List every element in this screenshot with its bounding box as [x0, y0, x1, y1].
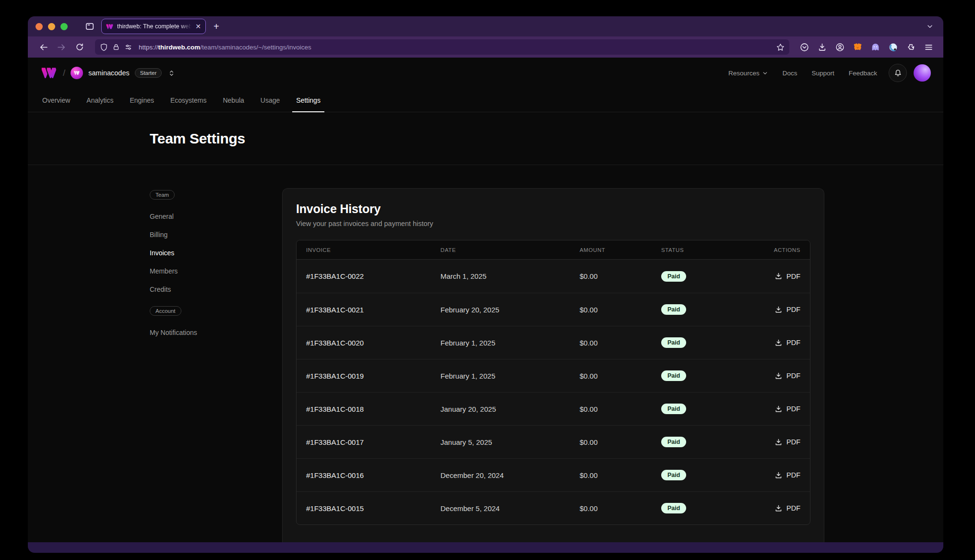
sidebar-item[interactable]: My Notifications: [150, 323, 246, 342]
download-pdf-button[interactable]: PDF: [774, 471, 800, 479]
back-icon: [39, 43, 48, 52]
invoice-table-body: #1F33BA1C-0022 March 1, 2025 $0.00 Paid …: [297, 260, 810, 524]
header-nav-link[interactable]: Resources: [728, 70, 768, 77]
header-nav-link[interactable]: Docs: [783, 70, 797, 77]
plan-badge: Starter: [135, 68, 162, 78]
extensions-button[interactable]: [905, 42, 916, 52]
status-badge: Paid: [661, 337, 686, 348]
team-switcher-button[interactable]: [168, 70, 175, 77]
header-nav-label: Docs: [783, 70, 797, 77]
column-header: INVOICE: [306, 247, 440, 253]
puzzle-icon: [906, 43, 916, 52]
main-nav-tab[interactable]: Ecosystems: [170, 88, 206, 112]
status-badge: Paid: [661, 470, 686, 480]
sidebar-row: Billing: [150, 226, 246, 244]
new-tab-button[interactable]: +: [214, 22, 219, 31]
sidebar-item[interactable]: Billing: [150, 226, 246, 244]
download-pdf-button[interactable]: PDF: [774, 372, 800, 380]
extension-blue-button[interactable]: [888, 42, 898, 52]
invoice-id: #1F33BA1C-0016: [306, 471, 440, 479]
header-nav-link[interactable]: Support: [811, 70, 834, 77]
notifications-button[interactable]: [889, 64, 907, 82]
sidebar-row: General: [150, 207, 246, 226]
forward-button[interactable]: [54, 40, 69, 54]
invoice-date: February 1, 2025: [440, 339, 580, 347]
column-header: DATE: [440, 247, 580, 253]
chevron-down-icon: [762, 70, 768, 76]
sidebar-item[interactable]: Credits: [150, 280, 246, 298]
invoice-id: #1F33BA1C-0015: [306, 504, 440, 512]
download-pdf-button[interactable]: PDF: [774, 504, 800, 512]
table-row: #1F33BA1C-0021 February 20, 2025 $0.00 P…: [297, 293, 810, 326]
sidebar-item[interactable]: General: [150, 207, 246, 226]
minimize-window-button[interactable]: [48, 23, 55, 30]
team-name[interactable]: saminacodes: [88, 69, 129, 77]
invoice-table: INVOICE DATE AMOUNT STATUS ACTIONS: [296, 240, 810, 525]
invoice-actions-cell: PDF: [774, 306, 800, 314]
downloads-button[interactable]: [817, 42, 827, 52]
thirdweb-logo: [40, 67, 58, 79]
download-pdf-button[interactable]: PDF: [774, 306, 800, 314]
download-pdf-button[interactable]: PDF: [774, 339, 800, 347]
menu-button[interactable]: [923, 42, 934, 52]
invoice-actions-cell: PDF: [774, 438, 800, 446]
invoice-history-card: Invoice History View your past invoices …: [282, 188, 824, 542]
shield-icon: [100, 43, 108, 51]
window-controls: [36, 23, 68, 30]
invoice-actions-cell: PDF: [774, 372, 800, 380]
brand-breadcrumb: / saminacodes Starter: [40, 67, 175, 79]
table-row: #1F33BA1C-0016 December 20, 2024 $0.00 P…: [297, 458, 810, 491]
main-nav-tab[interactable]: Engines: [130, 88, 154, 112]
download-icon: [774, 471, 783, 479]
pdf-label: PDF: [786, 438, 800, 446]
list-all-tabs-button[interactable]: [926, 23, 934, 30]
invoice-amount: $0.00: [580, 405, 661, 413]
main-nav-tab[interactable]: Analytics: [86, 88, 113, 112]
header-nav-link[interactable]: Feedback: [849, 70, 877, 77]
column-header: AMOUNT: [580, 247, 661, 253]
sidebar-row: My Notifications: [150, 323, 246, 342]
download-icon: [774, 372, 783, 380]
status-badge: Paid: [661, 503, 686, 513]
main-nav-tab[interactable]: Settings: [296, 88, 321, 112]
pdf-label: PDF: [786, 339, 800, 346]
invoice-date: February 1, 2025: [440, 372, 580, 380]
download-pdf-button[interactable]: PDF: [774, 405, 800, 413]
sidebar-item[interactable]: Members: [150, 262, 246, 280]
sidebar-item[interactable]: Invoices: [150, 244, 246, 262]
account-button[interactable]: [834, 42, 845, 52]
tab-title: thirdweb: The complete web3 d: [117, 23, 191, 30]
page-content: / saminacodes Starter Resources Docs Sup…: [28, 58, 943, 542]
main-nav-tab[interactable]: Overview: [42, 88, 70, 112]
reload-button[interactable]: [72, 40, 87, 54]
phantom-button[interactable]: [870, 42, 880, 52]
invoice-amount: $0.00: [580, 306, 661, 314]
zoom-window-button[interactable]: [60, 23, 68, 30]
invoice-date: February 20, 2025: [440, 306, 580, 314]
close-window-button[interactable]: [36, 23, 43, 30]
main-nav-tab[interactable]: Nebula: [223, 88, 244, 112]
status-badge: Paid: [661, 271, 686, 282]
invoice-actions-cell: PDF: [774, 272, 800, 280]
main-nav-tab[interactable]: Usage: [261, 88, 280, 112]
bookmark-star-icon[interactable]: [776, 43, 785, 51]
invoice-status-cell: Paid: [661, 404, 774, 414]
download-pdf-button[interactable]: PDF: [774, 272, 800, 280]
download-pdf-button[interactable]: PDF: [774, 438, 800, 446]
invoice-amount: $0.00: [580, 339, 661, 347]
invoice-date: January 20, 2025: [440, 405, 580, 413]
address-bar[interactable]: https://thirdweb.com/team/saminacodes/~/…: [95, 39, 789, 55]
metamask-button[interactable]: [852, 42, 863, 52]
sidebar-row: Members: [150, 262, 246, 280]
tab-close-icon[interactable]: ✕: [195, 23, 201, 30]
header-nav: Resources Docs Support Feedback: [728, 70, 877, 77]
invoice-id: #1F33BA1C-0018: [306, 405, 440, 413]
back-button[interactable]: [36, 40, 51, 54]
invoice-status-cell: Paid: [661, 337, 774, 348]
user-avatar[interactable]: [914, 64, 931, 82]
pocket-button[interactable]: [799, 42, 809, 52]
invoice-status-cell: Paid: [661, 470, 774, 480]
browser-tab[interactable]: thirdweb: The complete web3 d ✕: [101, 19, 206, 34]
firefox-view-button[interactable]: [85, 22, 95, 31]
bell-icon: [894, 69, 902, 77]
